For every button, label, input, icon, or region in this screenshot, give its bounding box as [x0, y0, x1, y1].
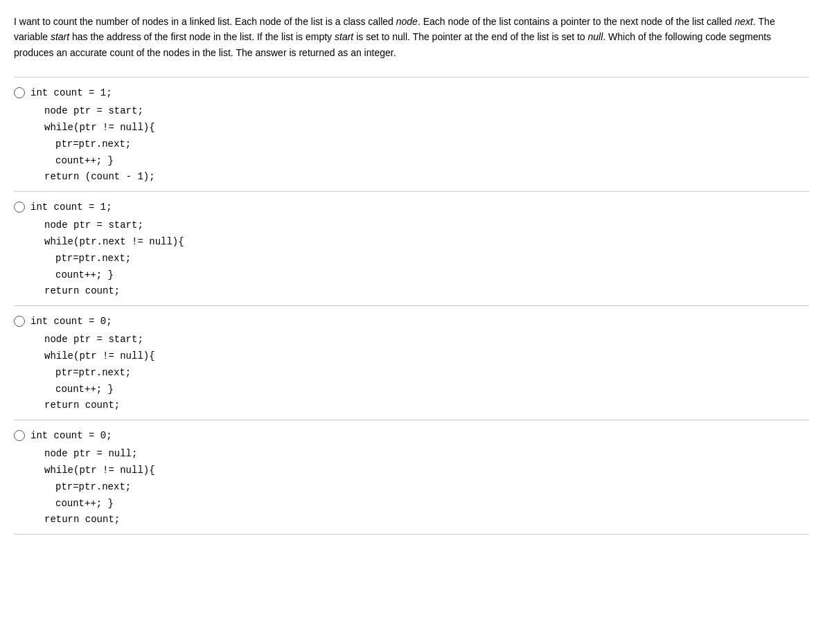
option-2-radio[interactable]	[14, 202, 25, 213]
option-3-radio[interactable]	[14, 316, 25, 327]
option-1-line-4: ptr=ptr.next;	[14, 136, 809, 153]
options-container: int count = 1;node ptr = start;while(ptr…	[14, 78, 809, 535]
option-1-line-6: return (count - 1);	[14, 169, 809, 186]
option-2-line-3: while(ptr.next != null){	[14, 234, 809, 251]
option-4-line-2: node ptr = null;	[14, 446, 809, 463]
option-3-first-line: int count = 0;	[30, 314, 112, 329]
option-3-line-5: count++; }	[14, 382, 809, 398]
option-4-header[interactable]: int count = 0;	[14, 429, 809, 443]
option-1-first-line: int count = 1;	[30, 86, 112, 100]
option-2-line-2: node ptr = start;	[14, 217, 809, 234]
option-3[interactable]: int count = 0;node ptr = start;while(ptr…	[14, 306, 809, 420]
option-2-line-6: return count;	[14, 283, 809, 300]
option-1-line-3: while(ptr != null){	[14, 120, 809, 136]
question-container: I want to count the number of nodes in a…	[14, 14, 809, 60]
option-3-header[interactable]: int count = 0;	[14, 314, 809, 329]
option-4-first-line: int count = 0;	[30, 429, 112, 443]
option-1-line-2: node ptr = start;	[14, 103, 809, 120]
option-3-line-2: node ptr = start;	[14, 332, 809, 348]
option-4-line-3: while(ptr != null){	[14, 463, 809, 479]
option-4-line-6: return count;	[14, 512, 809, 528]
option-1[interactable]: int count = 1;node ptr = start;while(ptr…	[14, 78, 809, 192]
option-2-first-line: int count = 1;	[30, 200, 112, 215]
option-3-line-6: return count;	[14, 397, 809, 414]
option-1-line-5: count++; }	[14, 153, 809, 170]
option-3-line-4: ptr=ptr.next;	[14, 365, 809, 382]
option-4-line-4: ptr=ptr.next;	[14, 479, 809, 496]
option-1-header[interactable]: int count = 1;	[14, 86, 809, 100]
option-4[interactable]: int count = 0;node ptr = null;while(ptr …	[14, 420, 809, 535]
option-4-radio[interactable]	[14, 430, 25, 441]
option-2-line-5: count++; }	[14, 267, 809, 284]
option-2-line-4: ptr=ptr.next;	[14, 251, 809, 267]
option-1-radio[interactable]	[14, 87, 25, 98]
option-3-line-3: while(ptr != null){	[14, 348, 809, 365]
option-2-header[interactable]: int count = 1;	[14, 200, 809, 215]
option-2[interactable]: int count = 1;node ptr = start;while(ptr…	[14, 192, 809, 306]
question-text: I want to count the number of nodes in a…	[14, 14, 809, 60]
option-4-line-5: count++; }	[14, 496, 809, 512]
